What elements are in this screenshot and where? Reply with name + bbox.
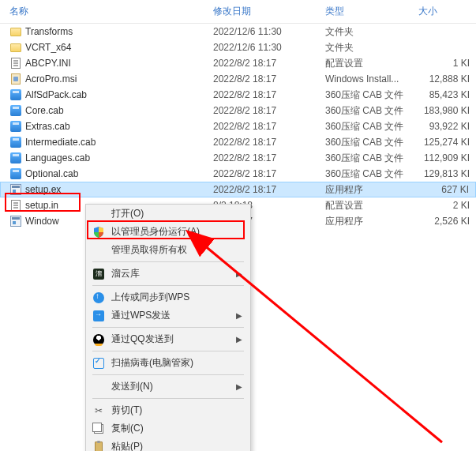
file-type: 360压缩 CAB 文件: [325, 167, 418, 181]
file-name: Optional.cab: [25, 168, 78, 179]
file-name: ABCPY.INI: [25, 58, 71, 69]
menu-paste[interactable]: 粘贴(P): [86, 438, 250, 451]
wps-send-icon: [92, 310, 105, 322]
file-date: 2022/8/2 18:17: [213, 184, 325, 195]
file-date: 2022/8/2 18:17: [213, 73, 325, 85]
menu-wps-upload[interactable]: 上传或同步到WPS: [86, 288, 250, 306]
file-row[interactable]: Transforms2022/12/6 11:30文件夹: [0, 24, 476, 39]
header-date[interactable]: 修改日期: [213, 5, 325, 18]
file-size: 125,274 KI: [418, 137, 476, 148]
menu-separator: [92, 374, 244, 375]
file-date: 2022/8/2 18:17: [213, 137, 325, 148]
file-row[interactable]: Extras.cab2022/8/2 18:17360压缩 CAB 文件93,9…: [0, 118, 476, 134]
file-row[interactable]: Core.cab2022/8/2 18:17360压缩 CAB 文件183,98…: [0, 103, 476, 118]
file-name: AlfSdPack.cab: [25, 89, 87, 100]
file-size: 1 KI: [418, 58, 476, 69]
file-size: 627 KI: [418, 184, 475, 195]
file-name: setup.in: [25, 200, 58, 211]
file-row[interactable]: AlfSdPack.cab2022/8/2 18:17360压缩 CAB 文件8…: [0, 87, 476, 103]
file-row[interactable]: ABCPY.INI2022/8/2 18:17配置设置1 KI: [0, 55, 476, 71]
context-menu: 打开(O) 以管理员身份运行(A) 管理员取得所有权 溜 溜云库 ▶ 上传或同步…: [85, 204, 251, 451]
menu-separator: [92, 327, 244, 328]
file-size: 112,909 KI: [418, 152, 476, 163]
header-size[interactable]: 大小: [418, 5, 476, 18]
file-type: 360压缩 CAB 文件: [325, 88, 418, 102]
file-name: VCRT_x64: [25, 42, 71, 53]
file-size: 129,813 KI: [418, 168, 476, 179]
shield-icon: [92, 226, 105, 239]
file-list: Transforms2022/12/6 11:30文件夹VCRT_x642022…: [0, 24, 476, 229]
chevron-right-icon: ▶: [236, 382, 242, 391]
file-row[interactable]: VCRT_x642022/12/6 11:30文件夹: [0, 39, 476, 55]
menu-wps-send[interactable]: 通过WPS发送 ▶: [86, 306, 250, 325]
blank-icon: [92, 381, 105, 393]
file-date: 2022/8/2 18:17: [213, 168, 325, 179]
file-date: 2022/8/2 18:17: [213, 58, 325, 69]
header-type[interactable]: 类型: [325, 5, 418, 18]
file-row[interactable]: Intermediate.cab2022/8/2 18:17360压缩 CAB …: [0, 134, 476, 150]
header-name[interactable]: 名称: [9, 5, 213, 18]
file-row[interactable]: AcroPro.msi2022/8/2 18:17Windows Install…: [0, 71, 476, 87]
folder-icon: [9, 25, 22, 38]
menu-separator: [92, 398, 244, 399]
menu-qqsend-label: 通过QQ发送到: [111, 333, 230, 346]
cab-icon: [9, 152, 22, 164]
file-type: 配置设置: [325, 57, 418, 70]
cab-icon: [9, 104, 22, 117]
menu-runas-label: 以管理员身份运行(A): [111, 225, 242, 239]
cab-icon: [9, 167, 22, 180]
menu-wpsupload-label: 上传或同步到WPS: [111, 291, 242, 304]
menu-wpssend-label: 通过WPS发送: [111, 309, 230, 322]
file-date: 2022/8/2 18:17: [213, 89, 325, 100]
menu-scan-label: 扫描病毒(电脑管家): [111, 356, 242, 370]
paste-icon: [92, 441, 105, 452]
menu-sendto-label: 发送到(N): [111, 380, 230, 393]
blank-icon: [92, 244, 105, 257]
file-name: Core.cab: [25, 105, 64, 116]
file-name: Languages.cab: [25, 152, 90, 163]
menu-scan-virus[interactable]: 扫描病毒(电脑管家): [86, 354, 250, 372]
menu-separator: [92, 285, 244, 286]
menu-run-as-admin[interactable]: 以管理员身份运行(A): [86, 223, 250, 241]
menu-open[interactable]: 打开(O): [86, 205, 250, 223]
file-type: 360压缩 CAB 文件: [325, 136, 418, 149]
file-type: 360压缩 CAB 文件: [325, 120, 418, 133]
file-type: 应用程序: [325, 215, 418, 228]
file-type: 应用程序: [325, 183, 418, 197]
menu-admin-take[interactable]: 管理员取得所有权: [86, 241, 250, 259]
file-type: Windows Install...: [325, 73, 418, 85]
file-name: setup.ex: [25, 184, 61, 195]
chevron-right-icon: ▶: [236, 335, 242, 344]
file-size: 2,526 KI: [418, 216, 476, 227]
file-size: 93,922 KI: [418, 121, 476, 132]
file-type: 文件夹: [325, 25, 418, 39]
menu-cut[interactable]: 剪切(T): [86, 401, 250, 419]
cab-icon: [9, 88, 22, 101]
menu-qq-send[interactable]: 通过QQ发送到 ▶: [86, 330, 250, 348]
file-date: 2022/8/2 18:17: [213, 152, 325, 163]
chevron-right-icon: ▶: [236, 269, 242, 278]
file-row[interactable]: Languages.cab2022/8/2 18:17360压缩 CAB 文件1…: [0, 150, 476, 166]
wps-upload-icon: [92, 291, 105, 304]
qq-icon: [92, 333, 105, 346]
file-type: 配置设置: [325, 199, 418, 212]
menu-separator: [92, 351, 244, 351]
menu-copy-label: 复制(C): [111, 422, 242, 435]
copy-icon: [92, 423, 105, 435]
file-row[interactable]: Optional.cab2022/8/2 18:17360压缩 CAB 文件12…: [0, 166, 476, 182]
menu-liuyun[interactable]: 溜 溜云库 ▶: [86, 265, 250, 283]
liuyun-icon: 溜: [92, 268, 105, 280]
file-date: 2022/8/2 18:17: [213, 105, 325, 116]
menu-copy[interactable]: 复制(C): [86, 419, 250, 438]
file-date: 2022/8/2 18:17: [213, 121, 325, 132]
file-size: 2 KI: [418, 200, 476, 211]
file-type: 文件夹: [325, 41, 418, 54]
menu-separator: [92, 261, 244, 262]
file-row[interactable]: setup.ex2022/8/2 18:17应用程序627 KI: [0, 182, 476, 197]
file-size: 12,888 KI: [418, 73, 476, 85]
menu-open-label: 打开(O): [111, 207, 242, 220]
menu-send-to[interactable]: 发送到(N) ▶: [86, 378, 250, 396]
file-name: Intermediate.cab: [25, 137, 96, 148]
exe-icon: [9, 183, 22, 196]
exe-icon: [9, 215, 22, 227]
